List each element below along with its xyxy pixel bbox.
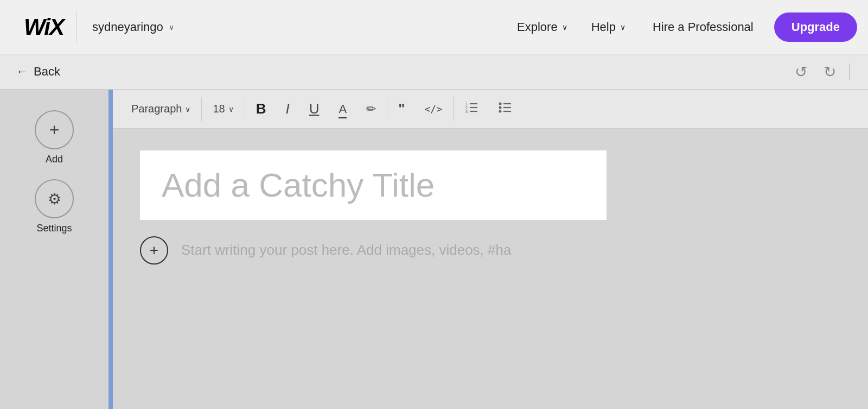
settings-label: Settings — [36, 223, 72, 234]
text-color-button[interactable]: A — [329, 98, 356, 121]
ordered-list-button[interactable]: 1 2 3 — [455, 96, 488, 122]
svg-text:3: 3 — [465, 110, 468, 114]
undo-button[interactable]: ↺ — [789, 60, 813, 84]
paragraph-chevron-icon: ∨ — [185, 105, 190, 114]
unordered-list-icon — [498, 100, 512, 117]
body-row: + Start writing your post here. Add imag… — [140, 236, 841, 265]
back-label: Back — [34, 65, 60, 79]
site-selector[interactable]: sydneyaringo ∨ — [77, 0, 189, 54]
main-area: + Add ⚙ Settings Paragraph ∨ 18 ∨ — [0, 90, 868, 409]
italic-icon: I — [285, 100, 289, 117]
font-size-selector[interactable]: 18 ∨ — [203, 98, 243, 119]
svg-point-10 — [499, 106, 501, 109]
top-nav: WiX sydneyaringo ∨ Explore ∨ Help ∨ Hire… — [0, 0, 868, 54]
upgrade-button[interactable]: Upgrade — [774, 12, 857, 42]
explore-label: Explore — [517, 20, 558, 34]
explore-chevron-icon: ∨ — [562, 23, 567, 32]
underline-button[interactable]: U — [299, 96, 329, 122]
site-dropdown-chevron-icon: ∨ — [169, 23, 174, 32]
logo: WiX — [11, 0, 76, 54]
paragraph-selector[interactable]: Paragraph ∨ — [122, 98, 200, 119]
paragraph-label: Paragraph — [131, 103, 182, 115]
bold-icon: B — [256, 100, 266, 117]
plus-icon: + — [49, 120, 60, 140]
toolbar-sep-1 — [201, 97, 202, 121]
toolbar-sep-4 — [453, 97, 454, 121]
wix-logo-text: WiX — [24, 14, 63, 40]
toolbar-sep-2 — [245, 97, 245, 121]
undo-redo-controls: ↺ ↻ — [789, 60, 852, 84]
sidebar-item-settings[interactable]: ⚙ Settings — [26, 175, 82, 238]
redo-icon: ↻ — [824, 63, 836, 81]
text-color-icon: A — [339, 102, 347, 116]
explore-nav-item[interactable]: Explore ∨ — [505, 0, 579, 54]
pencil-icon: ✏ — [366, 102, 376, 116]
editor-area: Paragraph ∨ 18 ∨ B I U A ✏ — [113, 90, 868, 409]
italic-button[interactable]: I — [276, 96, 299, 122]
svg-text:1: 1 — [465, 102, 468, 106]
redo-button[interactable]: ↻ — [818, 60, 841, 84]
svg-point-9 — [499, 103, 501, 105]
help-chevron-icon: ∨ — [620, 23, 626, 32]
back-arrow-icon: ← — [16, 65, 28, 79]
hire-professional-link[interactable]: Hire a Professional — [637, 0, 769, 54]
title-block[interactable]: Add a Catchy Title — [140, 150, 607, 220]
blue-accent-bar — [108, 90, 113, 409]
svg-text:2: 2 — [465, 106, 468, 110]
undo-redo-divider — [849, 64, 850, 80]
underline-icon: U — [309, 100, 320, 117]
help-label: Help — [591, 20, 616, 34]
gear-icon: ⚙ — [48, 190, 61, 208]
hire-professional-label: Hire a Professional — [653, 20, 754, 34]
undo-icon: ↺ — [795, 63, 807, 81]
help-nav-item[interactable]: Help ∨ — [579, 0, 637, 54]
sidebar-item-add[interactable]: + Add — [26, 106, 82, 169]
svg-point-11 — [499, 110, 501, 113]
bold-button[interactable]: B — [246, 96, 276, 122]
editor-toolbar: Paragraph ∨ 18 ∨ B I U A ✏ — [113, 90, 868, 129]
settings-icon-circle[interactable]: ⚙ — [35, 179, 74, 218]
add-label: Add — [46, 154, 63, 165]
inline-plus-icon: + — [150, 242, 158, 259]
left-sidebar: + Add ⚙ Settings — [0, 90, 108, 409]
quote-icon: " — [398, 100, 405, 117]
site-name: sydneyaringo — [92, 20, 163, 34]
add-icon-circle[interactable]: + — [35, 110, 74, 149]
unordered-list-button[interactable] — [488, 96, 522, 122]
font-size-value: 18 — [213, 103, 225, 115]
quote-button[interactable]: " — [388, 96, 414, 122]
inline-add-button[interactable]: + — [140, 236, 168, 265]
back-bar: ← Back ↺ ↻ — [0, 54, 868, 90]
font-size-chevron-icon: ∨ — [228, 105, 234, 114]
editor-content[interactable]: Add a Catchy Title + Start writing your … — [113, 129, 868, 409]
ordered-list-icon: 1 2 3 — [464, 100, 478, 117]
code-button[interactable]: </> — [414, 99, 452, 119]
pencil-button[interactable]: ✏ — [356, 98, 386, 121]
back-button[interactable]: ← Back — [16, 65, 60, 79]
code-icon: </> — [424, 103, 442, 115]
toolbar-sep-3 — [387, 97, 387, 121]
title-placeholder-text: Add a Catchy Title — [162, 166, 435, 204]
body-placeholder-text: Start writing your post here. Add images… — [181, 236, 511, 259]
